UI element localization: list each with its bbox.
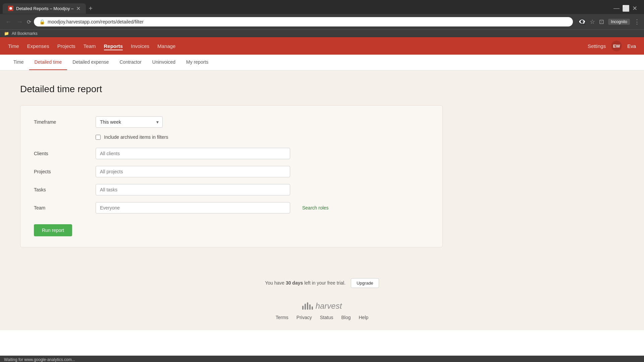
tasks-row: Tasks xyxy=(34,184,429,195)
nav-item-team[interactable]: Team xyxy=(84,42,96,50)
forward-button[interactable]: → xyxy=(15,17,24,27)
main-content: Detailed time report Timeframe This week… xyxy=(0,70,644,272)
tab-detailed-expense[interactable]: Detailed expense xyxy=(67,55,114,70)
filter-card: Timeframe This week Last week This month… xyxy=(20,105,443,247)
browser-actions: 👁️‍🗨️ ☆ ⊡ Incognito ⋮ xyxy=(578,18,640,25)
browser-chrome: Detailed Reports – Moodjoy – ✕ + — ⬜ ✕ ←… xyxy=(0,0,644,37)
bookmarks-bar: 📁 All Bookmarks xyxy=(0,29,644,37)
bookmarks-label[interactable]: All Bookmarks xyxy=(12,31,38,36)
upgrade-button[interactable]: Upgrade xyxy=(351,278,379,288)
nav-item-manage[interactable]: Manage xyxy=(157,42,175,50)
tasks-label: Tasks xyxy=(34,187,88,192)
nav-item-reports[interactable]: Reports xyxy=(104,42,123,50)
maximize-button[interactable]: ⬜ xyxy=(622,5,630,12)
team-row: Team Search roles xyxy=(34,202,429,214)
nav-item-time[interactable]: Time xyxy=(8,42,19,50)
team-label: Team xyxy=(34,205,88,210)
tab-favicon xyxy=(8,6,13,11)
eye-slash-icon: 👁️‍🗨️ xyxy=(578,18,586,25)
trial-days: 30 days xyxy=(286,280,303,286)
address-bar[interactable]: 🔒 moodjoy.harvestapp.com/reports/detaile… xyxy=(34,17,573,26)
clients-label: Clients xyxy=(34,151,88,156)
tab-bar: Detailed Reports – Moodjoy – ✕ + — ⬜ ✕ xyxy=(0,0,644,14)
footer-link-blog[interactable]: Blog xyxy=(341,315,351,320)
footer-link-help[interactable]: Help xyxy=(359,315,368,320)
new-tab-button[interactable]: + xyxy=(89,5,93,12)
status-text: Waiting for www.google-analytics.com... xyxy=(4,357,75,362)
nav-right: Settings EW Eva xyxy=(588,41,636,51)
top-nav: Time Expenses Projects Team Reports Invo… xyxy=(0,37,644,55)
trial-suffix: left in your free trial. xyxy=(303,280,345,286)
archive-checkbox-row: Include archived items in filters xyxy=(96,134,429,140)
archive-checkbox-label[interactable]: Include archived items in filters xyxy=(104,134,168,140)
harvest-logo-bars xyxy=(302,302,313,310)
footer-link-status[interactable]: Status xyxy=(320,315,333,320)
url-text: moodjoy.harvestapp.com/reports/detailed/… xyxy=(48,19,144,24)
settings-link[interactable]: Settings xyxy=(588,43,606,49)
browser-controls: ← → ⟳ 🔒 moodjoy.harvestapp.com/reports/d… xyxy=(0,14,644,29)
user-avatar[interactable]: EW xyxy=(611,41,622,51)
nav-item-projects[interactable]: Projects xyxy=(57,42,75,50)
user-name[interactable]: Eva xyxy=(627,43,636,49)
menu-icon[interactable]: ⋮ xyxy=(634,18,640,25)
active-tab[interactable]: Detailed Reports – Moodjoy – ✕ xyxy=(3,3,86,14)
page-title: Detailed time report xyxy=(20,84,624,95)
clients-row: Clients xyxy=(34,148,429,159)
tab-my-reports[interactable]: My reports xyxy=(181,55,214,70)
footer-link-privacy[interactable]: Privacy xyxy=(297,315,312,320)
tasks-input[interactable] xyxy=(96,184,290,195)
timeframe-row: Timeframe This week Last week This month… xyxy=(34,116,429,128)
tab-title: Detailed Reports – Moodjoy – xyxy=(16,6,73,11)
tab-detailed-time[interactable]: Detailed time xyxy=(29,55,67,70)
incognito-badge: Incognito xyxy=(608,19,630,25)
star-icon[interactable]: ☆ xyxy=(590,18,595,25)
status-bar: Waiting for www.google-analytics.com... xyxy=(0,356,644,362)
archive-checkbox[interactable] xyxy=(96,135,101,140)
tab-contractor[interactable]: Contractor xyxy=(114,55,147,70)
bookmarks-folder-icon: 📁 xyxy=(4,31,9,36)
trial-text: You have xyxy=(265,280,286,286)
run-report-row: Run report xyxy=(34,220,429,236)
tab-time[interactable]: Time xyxy=(8,55,29,70)
nav-item-invoices[interactable]: Invoices xyxy=(131,42,149,50)
nav-links: Time Expenses Projects Team Reports Invo… xyxy=(8,42,175,50)
search-roles-link[interactable]: Search roles xyxy=(302,205,329,210)
close-window-button[interactable]: ✕ xyxy=(632,5,637,12)
tab-close-button[interactable]: ✕ xyxy=(76,5,80,12)
reload-button[interactable]: ⟳ xyxy=(27,19,31,25)
lock-icon: 🔒 xyxy=(39,19,45,24)
timeframe-select[interactable]: This week Last week This month Last mont… xyxy=(96,116,163,128)
back-button[interactable]: ← xyxy=(4,17,13,27)
tab-uninvoiced[interactable]: Uninvoiced xyxy=(147,55,181,70)
run-report-button[interactable]: Run report xyxy=(34,224,72,236)
projects-row: Projects xyxy=(34,166,429,177)
footer: harvest Terms Privacy Status Blog Help xyxy=(0,295,644,330)
footer-link-terms[interactable]: Terms xyxy=(276,315,288,320)
team-input[interactable] xyxy=(96,202,290,214)
sub-nav: Time Detailed time Detailed expense Cont… xyxy=(0,55,644,70)
window-icon[interactable]: ⊡ xyxy=(599,18,604,25)
nav-item-expenses[interactable]: Expenses xyxy=(27,42,49,50)
clients-input[interactable] xyxy=(96,148,290,159)
app: Time Expenses Projects Team Reports Invo… xyxy=(0,37,644,356)
timeframe-label: Timeframe xyxy=(34,119,88,125)
harvest-logo-text: harvest xyxy=(316,301,342,311)
projects-input[interactable] xyxy=(96,166,290,177)
projects-label: Projects xyxy=(34,169,88,174)
trial-banner: You have 30 days left in your free trial… xyxy=(0,272,644,295)
harvest-logo: harvest xyxy=(0,301,644,311)
footer-links: Terms Privacy Status Blog Help xyxy=(0,315,644,320)
timeframe-select-wrapper: This week Last week This month Last mont… xyxy=(96,116,163,128)
minimize-button[interactable]: — xyxy=(613,5,620,12)
